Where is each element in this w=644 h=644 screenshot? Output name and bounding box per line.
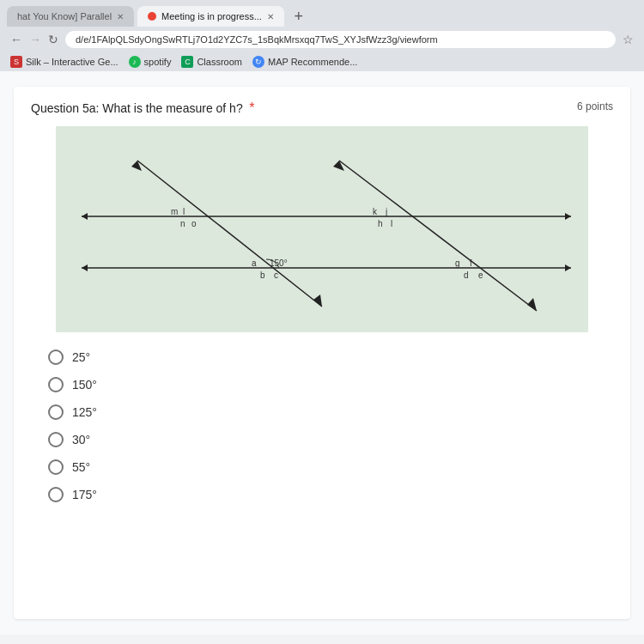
tab-bar: hat You Know] Parallel ✕ Meeting is in p…: [0, 0, 644, 27]
svg-text:m: m: [171, 207, 178, 216]
choice-30[interactable]: 30°: [48, 432, 596, 447]
radio-125[interactable]: [48, 404, 64, 420]
tab-meeting[interactable]: Meeting is in progress... ✕: [137, 6, 284, 27]
radio-150[interactable]: [48, 377, 64, 392]
tab-parallel-label: hat You Know] Parallel: [17, 11, 112, 21]
choice-125[interactable]: 125°: [48, 404, 596, 420]
choice-125-label: 125°: [72, 405, 97, 419]
radio-55[interactable]: [48, 459, 64, 475]
question-header: Question 5a: What is the measure of h? *…: [31, 100, 613, 116]
browser-chrome: hat You Know] Parallel ✕ Meeting is in p…: [0, 0, 644, 71]
choice-25[interactable]: 25°: [48, 349, 596, 365]
bookmarks-bar: S Silk – Interactive Ge... ♪ spotify C C…: [0, 53, 644, 71]
svg-rect-0: [56, 126, 588, 332]
radio-25[interactable]: [48, 349, 64, 365]
classroom-icon: C: [181, 56, 193, 68]
svg-text:l: l: [391, 219, 392, 228]
silk-icon: S: [10, 56, 22, 68]
meeting-indicator: [148, 12, 156, 21]
diagram-svg: m l n o k j h l a 150° b c g f d e: [56, 126, 588, 332]
radio-30[interactable]: [48, 432, 64, 447]
svg-text:l: l: [183, 207, 185, 216]
new-tab-button[interactable]: +: [288, 5, 310, 27]
question-text: Question 5a: What is the measure of h? *: [31, 100, 254, 116]
reload-button[interactable]: ↻: [48, 33, 58, 46]
bookmark-silk-label: Silk – Interactive Ge...: [26, 57, 118, 67]
svg-text:o: o: [191, 219, 197, 228]
bookmark-map[interactable]: ↻ MAP Recommende...: [252, 56, 357, 68]
required-star: *: [249, 100, 254, 115]
svg-text:g: g: [455, 258, 460, 268]
question-container: Question 5a: What is the measure of h? *…: [14, 87, 630, 619]
points-label: 6 points: [577, 100, 613, 112]
svg-text:h: h: [378, 219, 383, 228]
page-content: Question 5a: What is the measure of h? *…: [0, 71, 644, 635]
spotify-icon: ♪: [129, 56, 141, 68]
svg-text:j: j: [385, 207, 387, 216]
choice-55[interactable]: 55°: [48, 459, 596, 475]
map-icon: ↻: [252, 56, 264, 68]
svg-text:d: d: [464, 270, 469, 280]
address-bar: ← → ↻ ☆: [0, 27, 644, 53]
bookmark-spotify[interactable]: ♪ spotify: [129, 56, 172, 68]
svg-text:f: f: [470, 258, 472, 268]
choice-30-label: 30°: [72, 433, 90, 447]
bookmark-classroom-label: Classroom: [197, 57, 242, 67]
choice-25-label: 25°: [72, 350, 90, 364]
radio-175[interactable]: [48, 487, 64, 502]
svg-text:c: c: [274, 270, 278, 280]
choice-150[interactable]: 150°: [48, 377, 596, 392]
back-button[interactable]: ←: [10, 33, 22, 46]
svg-text:150°: 150°: [270, 258, 288, 268]
choice-175-label: 175°: [72, 488, 97, 501]
bookmark-star-icon[interactable]: ☆: [623, 33, 634, 46]
tab-parallel[interactable]: hat You Know] Parallel ✕: [7, 6, 134, 27]
svg-text:e: e: [478, 270, 483, 280]
tab-meeting-close[interactable]: ✕: [267, 12, 274, 21]
forward-button[interactable]: →: [29, 33, 41, 46]
choice-175[interactable]: 175°: [48, 487, 596, 502]
bookmark-spotify-label: spotify: [144, 57, 172, 67]
answer-choices: 25° 150° 125° 30° 55° 175°: [31, 346, 613, 506]
tab-meeting-label: Meeting is in progress...: [161, 11, 262, 21]
bookmark-classroom[interactable]: C Classroom: [181, 56, 242, 68]
geometry-diagram: m l n o k j h l a 150° b c g f d e: [56, 126, 588, 332]
tab-parallel-close[interactable]: ✕: [117, 12, 124, 21]
choice-150-label: 150°: [72, 378, 97, 392]
svg-text:n: n: [180, 219, 185, 228]
svg-text:b: b: [260, 270, 265, 280]
bookmark-map-label: MAP Recommende...: [268, 57, 357, 67]
svg-text:a: a: [252, 258, 257, 268]
bookmark-silk[interactable]: S Silk – Interactive Ge...: [10, 56, 118, 68]
address-input[interactable]: [65, 31, 616, 48]
choice-55-label: 55°: [72, 460, 90, 474]
